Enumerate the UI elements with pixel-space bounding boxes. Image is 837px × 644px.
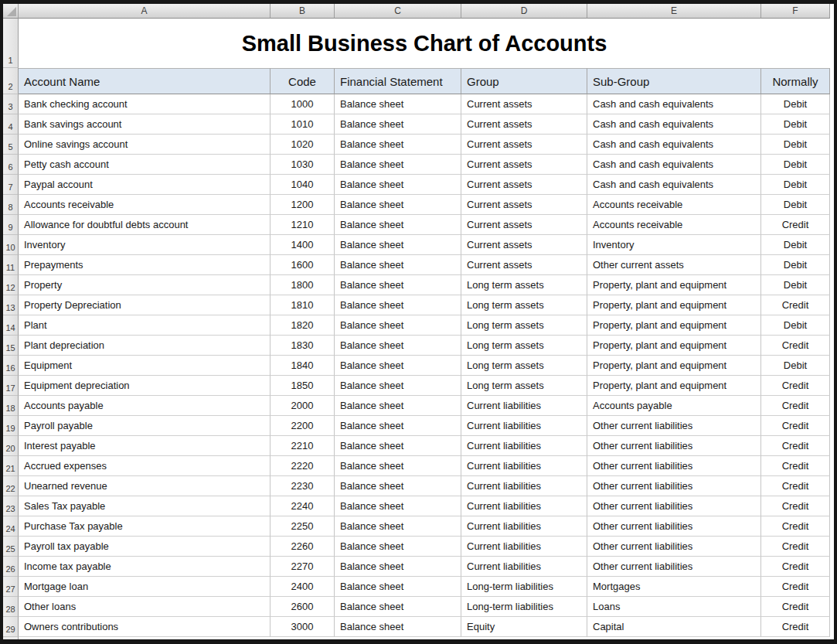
- cell-account-name[interactable]: Income tax payable: [19, 557, 270, 577]
- cell-account-name[interactable]: Sales Tax payable: [19, 496, 270, 516]
- cell-normally[interactable]: Credit: [761, 376, 830, 396]
- cell-code[interactable]: 2240: [270, 496, 335, 516]
- cell-sub-group[interactable]: Cash and cash equivalents: [587, 114, 761, 135]
- cell-sub-group[interactable]: Property, plant and equipment: [587, 275, 761, 295]
- header-code[interactable]: Code: [270, 68, 335, 94]
- cell-account-name[interactable]: Plant: [19, 315, 270, 336]
- header-account-name[interactable]: Account Name: [19, 68, 270, 94]
- cell-sub-group[interactable]: Property, plant and equipment: [587, 336, 761, 356]
- cell-normally[interactable]: Debit: [761, 135, 830, 155]
- cell-financial-statement[interactable]: Balance sheet: [335, 557, 461, 577]
- cell-financial-statement[interactable]: Balance sheet: [335, 135, 461, 155]
- cell-code[interactable]: 1840: [270, 356, 335, 376]
- cell-sub-group[interactable]: Property, plant and equipment: [587, 295, 761, 315]
- cell-code[interactable]: 2000: [270, 396, 335, 416]
- cell-financial-statement[interactable]: Balance sheet: [335, 516, 461, 537]
- row-header[interactable]: 29: [3, 617, 19, 637]
- cell-group[interactable]: Current liabilities: [461, 396, 587, 416]
- cell-normally[interactable]: Debit: [761, 356, 830, 376]
- cell-sub-group[interactable]: Other current liabilities: [587, 416, 761, 436]
- cell-financial-statement[interactable]: Balance sheet: [335, 577, 461, 597]
- cell-sub-group[interactable]: Accounts receivable: [587, 215, 761, 235]
- row-header[interactable]: 16: [3, 356, 19, 376]
- cell-group[interactable]: Current assets: [461, 155, 587, 175]
- cell-normally[interactable]: Debit: [761, 175, 830, 195]
- cell-account-name[interactable]: Accounts payable: [19, 396, 270, 416]
- cell-normally[interactable]: Credit: [761, 557, 830, 577]
- cell-group[interactable]: Current liabilities: [461, 496, 587, 516]
- cell-account-name[interactable]: Online savings account: [19, 135, 270, 155]
- cell-group[interactable]: Long-term liabilities: [461, 577, 587, 597]
- cell-code[interactable]: 2260: [270, 537, 335, 557]
- sheet-title-cell[interactable]: Small Business Chart of Accounts: [19, 19, 830, 68]
- cell-sub-group[interactable]: Other current liabilities: [587, 476, 761, 496]
- cell-normally[interactable]: Credit: [761, 215, 830, 235]
- cell-financial-statement[interactable]: Balance sheet: [335, 537, 461, 557]
- cell-sub-group[interactable]: Cash and cash equivalents: [587, 175, 761, 195]
- cell-sub-group[interactable]: Accounts payable: [587, 396, 761, 416]
- column-header-c[interactable]: C: [335, 4, 461, 19]
- row-header[interactable]: 24: [3, 516, 19, 537]
- row-header[interactable]: 6: [3, 155, 19, 175]
- select-all-corner[interactable]: [3, 4, 19, 19]
- row-header[interactable]: 8: [3, 195, 19, 215]
- row-header[interactable]: 22: [3, 476, 19, 496]
- row-header[interactable]: 12: [3, 275, 19, 295]
- cell-group[interactable]: Current assets: [461, 175, 587, 195]
- cell-financial-statement[interactable]: Balance sheet: [335, 315, 461, 336]
- row-header[interactable]: 28: [3, 597, 19, 617]
- cell-code[interactable]: 1000: [270, 94, 335, 114]
- cell-account-name[interactable]: Petty cash account: [19, 155, 270, 175]
- cell-financial-statement[interactable]: Balance sheet: [335, 436, 461, 456]
- cell-normally[interactable]: Credit: [761, 597, 830, 617]
- cell-financial-statement[interactable]: Balance sheet: [335, 476, 461, 496]
- column-header-f[interactable]: F: [761, 4, 830, 19]
- cell-account-name[interactable]: Allowance for doubtful debts account: [19, 215, 270, 235]
- cell-group[interactable]: Current assets: [461, 195, 587, 215]
- row-header[interactable]: 11: [3, 255, 19, 275]
- cell-sub-group[interactable]: Property, plant and equipment: [587, 376, 761, 396]
- cell-financial-statement[interactable]: Balance sheet: [335, 114, 461, 135]
- cell-financial-statement[interactable]: Balance sheet: [335, 275, 461, 295]
- cell-group[interactable]: Current assets: [461, 114, 587, 135]
- cell-sub-group[interactable]: Other current liabilities: [587, 516, 761, 537]
- cell-account-name[interactable]: Accounts receivable: [19, 195, 270, 215]
- cell-group[interactable]: Long term assets: [461, 336, 587, 356]
- row-header[interactable]: 17: [3, 376, 19, 396]
- cell-group[interactable]: Current liabilities: [461, 557, 587, 577]
- cell-financial-statement[interactable]: Balance sheet: [335, 155, 461, 175]
- cell-normally[interactable]: Credit: [761, 577, 830, 597]
- cell-group[interactable]: Long term assets: [461, 356, 587, 376]
- cell-normally[interactable]: Credit: [761, 396, 830, 416]
- cell-group[interactable]: Long-term liabilities: [461, 597, 587, 617]
- cell-financial-statement[interactable]: Balance sheet: [335, 295, 461, 315]
- cell-financial-statement[interactable]: Balance sheet: [335, 94, 461, 114]
- cell-financial-statement[interactable]: Balance sheet: [335, 235, 461, 255]
- cell-financial-statement[interactable]: Balance sheet: [335, 255, 461, 275]
- row-header[interactable]: 19: [3, 416, 19, 436]
- cell-group[interactable]: Current liabilities: [461, 436, 587, 456]
- cell-account-name[interactable]: Interest payable: [19, 436, 270, 456]
- row-header[interactable]: 10: [3, 235, 19, 255]
- header-group[interactable]: Group: [461, 68, 587, 94]
- cell-sub-group[interactable]: Property, plant and equipment: [587, 356, 761, 376]
- cell-code[interactable]: 1210: [270, 215, 335, 235]
- cell-normally[interactable]: Debit: [761, 195, 830, 215]
- cell-sub-group[interactable]: Other current assets: [587, 255, 761, 275]
- cell-group[interactable]: Current liabilities: [461, 537, 587, 557]
- cell-group[interactable]: Long term assets: [461, 315, 587, 336]
- cell-normally[interactable]: Debit: [761, 114, 830, 135]
- cell-group[interactable]: Current liabilities: [461, 476, 587, 496]
- cell-code[interactable]: 1040: [270, 175, 335, 195]
- row-header[interactable]: 18: [3, 396, 19, 416]
- cell-account-name[interactable]: Equipment depreciation: [19, 376, 270, 396]
- cell-financial-statement[interactable]: Balance sheet: [335, 496, 461, 516]
- cell-code[interactable]: 1810: [270, 295, 335, 315]
- row-header[interactable]: 4: [3, 114, 19, 135]
- cell-group[interactable]: Long term assets: [461, 295, 587, 315]
- cell-group[interactable]: Current liabilities: [461, 456, 587, 476]
- cell-group[interactable]: Current liabilities: [461, 516, 587, 537]
- cell-sub-group[interactable]: Capital: [587, 617, 761, 637]
- cell-group[interactable]: Long term assets: [461, 376, 587, 396]
- header-normally[interactable]: Normally: [761, 68, 830, 94]
